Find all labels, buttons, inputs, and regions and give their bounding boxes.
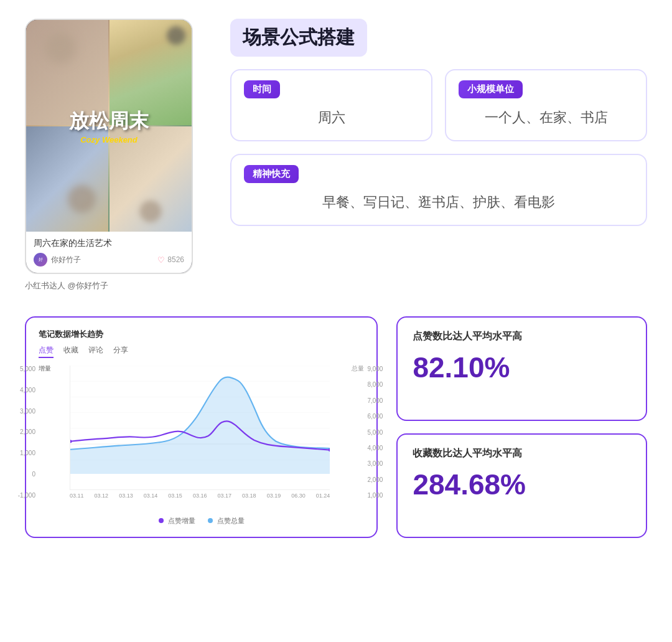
overlay-content: 放松周末 Cozy Weekend bbox=[26, 20, 192, 232]
formula-box-spirit: 精神快充 早餐、写日记、逛书店、护肤、看电影 bbox=[230, 154, 647, 226]
avatar: 好 bbox=[34, 253, 47, 267]
tab-favorites[interactable]: 收藏 bbox=[63, 345, 78, 358]
top-section: 放松周末 Cozy Weekend 周六在家的生活艺术 好 你好竹子 bbox=[25, 19, 647, 291]
y-labels-right: 9,000 8,000 7,000 6,000 5,000 4,000 3,00… bbox=[367, 366, 395, 499]
chart-area bbox=[70, 366, 330, 490]
content-scale: 一个人、在家、书店 bbox=[459, 107, 633, 128]
chart-svg bbox=[70, 366, 330, 474]
tag-spirit: 精神快充 bbox=[244, 165, 299, 183]
stats-panel: 点赞数比达人平均水平高 82.10% 收藏数比达人平均水平高 284.68% bbox=[396, 316, 647, 538]
tab-shares[interactable]: 分享 bbox=[113, 345, 128, 358]
main-container: 放松周末 Cozy Weekend 周六在家的生活艺术 好 你好竹子 bbox=[25, 19, 647, 538]
stat-value-favorites: 284.68% bbox=[413, 468, 631, 501]
legend-label-2: 点赞总量 bbox=[217, 517, 245, 524]
phone-bottom: 周六在家的生活艺术 好 你好竹子 ♡ 8526 bbox=[26, 232, 192, 273]
legend-item-1: 点赞增量 bbox=[159, 516, 195, 526]
legend-dot-1 bbox=[159, 518, 164, 523]
stat-card-favorites: 收藏数比达人平均水平高 284.68% bbox=[396, 433, 647, 538]
chart-title: 笔记数据增长趋势 bbox=[39, 329, 364, 340]
heart-icon: ♡ bbox=[157, 255, 165, 265]
chart-tabs[interactable]: 点赞 收藏 评论 分享 bbox=[39, 345, 364, 358]
legend-item-2: 点赞总量 bbox=[208, 516, 245, 526]
like-number: 8526 bbox=[167, 255, 184, 264]
panel-title-wrapper: 场景公式搭建 bbox=[230, 19, 647, 57]
tab-comments[interactable]: 评论 bbox=[88, 345, 103, 358]
chart-container: 笔记数据增长趋势 点赞 收藏 评论 分享 增量 总量 5,000 4,000 3… bbox=[25, 316, 378, 538]
panel-title: 场景公式搭建 bbox=[230, 19, 367, 57]
phone-small-text: Cozy Weekend bbox=[80, 135, 138, 144]
formula-box-time: 时间 周六 bbox=[230, 69, 432, 141]
stat-value-likes: 82.10% bbox=[413, 351, 631, 384]
phone-image-area: 放松周末 Cozy Weekend bbox=[26, 20, 192, 232]
x-labels: 03.11 03.12 03.13 03.14 03.15 03.16 03.1… bbox=[70, 493, 330, 499]
legend-label-1: 点赞增量 bbox=[168, 517, 195, 524]
author-name: 你好竹子 bbox=[51, 255, 81, 265]
y-label-left: 增量 bbox=[39, 364, 51, 373]
author-info: 好 你好竹子 bbox=[34, 253, 81, 267]
y-label-right: 总量 bbox=[352, 364, 364, 373]
chart-outer: 增量 总量 5,000 4,000 3,000 2,000 1,000 0 -1… bbox=[39, 366, 364, 499]
tab-likes[interactable]: 点赞 bbox=[39, 345, 54, 358]
bottom-section: 笔记数据增长趋势 点赞 收藏 评论 分享 增量 总量 5,000 4,000 3… bbox=[25, 316, 647, 538]
chart-legend: 点赞增量 点赞总量 bbox=[39, 516, 364, 526]
legend-dot-2 bbox=[208, 518, 213, 523]
phone-screen: 放松周末 Cozy Weekend 周六在家的生活艺术 好 你好竹子 bbox=[25, 19, 193, 274]
content-spirit: 早餐、写日记、逛书店、护肤、看电影 bbox=[244, 192, 633, 212]
stat-label-likes: 点赞数比达人平均水平高 bbox=[413, 330, 631, 343]
content-time: 周六 bbox=[244, 107, 419, 128]
like-count: ♡ 8526 bbox=[157, 255, 184, 265]
phone-mockup: 放松周末 Cozy Weekend 周六在家的生活艺术 好 你好竹子 bbox=[25, 19, 205, 291]
phone-big-text: 放松周末 bbox=[69, 108, 149, 135]
y-labels-left: 5,000 4,000 3,000 2,000 1,000 0 -1,000 bbox=[11, 366, 35, 499]
svg-point-7 bbox=[70, 440, 72, 443]
note-footer: 好 你好竹子 ♡ 8526 bbox=[34, 253, 184, 267]
stat-card-likes: 点赞数比达人平均水平高 82.10% bbox=[396, 316, 647, 421]
tag-time: 时间 bbox=[244, 80, 280, 98]
formula-box-scale: 小规模单位 一个人、在家、书店 bbox=[445, 69, 647, 141]
formula-panel: 场景公式搭建 时间 周六 小规模单位 一个人、在家、书店 精神快充 早餐、写日记… bbox=[230, 19, 647, 226]
caption-text: 小红书达人 @你好竹子 bbox=[25, 280, 108, 291]
formula-row-1: 时间 周六 小规模单位 一个人、在家、书店 bbox=[230, 69, 647, 141]
stat-label-favorites: 收藏数比达人平均水平高 bbox=[413, 447, 631, 460]
note-title: 周六在家的生活艺术 bbox=[34, 238, 184, 249]
tag-scale: 小规模单位 bbox=[459, 80, 523, 98]
